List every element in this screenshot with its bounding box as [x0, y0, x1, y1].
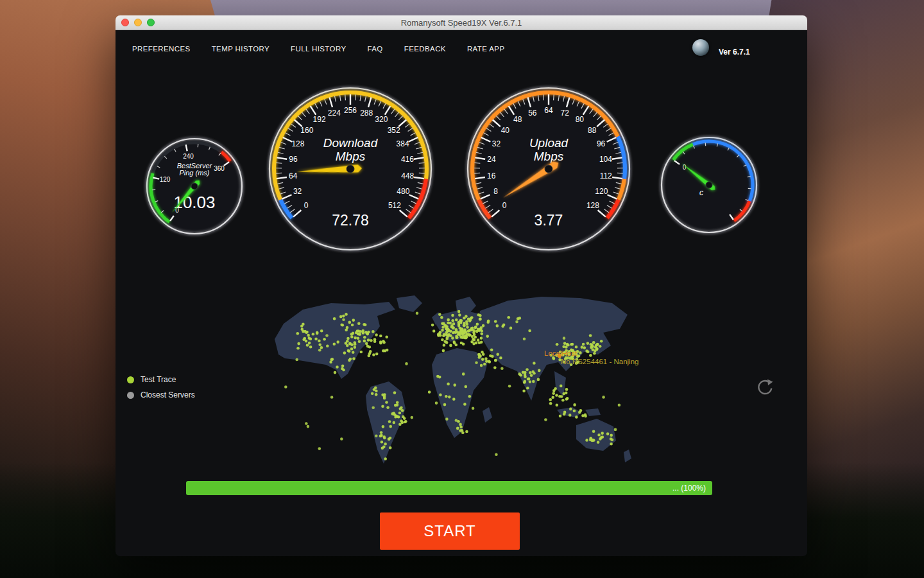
- refresh-icon[interactable]: [755, 377, 775, 398]
- globe-icon[interactable]: [692, 39, 709, 56]
- svg-text:c: c: [699, 188, 703, 197]
- svg-text:Ping (ms): Ping (ms): [179, 169, 209, 177]
- secondary-gauge: 0c: [645, 121, 773, 252]
- close-button[interactable]: [121, 19, 129, 26]
- start-button[interactable]: START: [380, 512, 520, 550]
- svg-text:72.78: 72.78: [332, 212, 369, 229]
- svg-text:Download: Download: [323, 136, 379, 150]
- svg-text:512: 512: [388, 201, 401, 210]
- main-menu: PREFERENCES TEMP HISTORY FULL HISTORY FA…: [132, 45, 505, 53]
- svg-text:72: 72: [561, 109, 570, 118]
- svg-text:160: 160: [300, 126, 313, 135]
- test-trace-dot-icon: [127, 376, 134, 383]
- window-controls: [121, 19, 155, 26]
- server-label: No.RS254461 - Nanjing: [561, 358, 638, 365]
- svg-text:192: 192: [313, 115, 326, 124]
- svg-text:240: 240: [183, 153, 194, 160]
- svg-text:3.77: 3.77: [535, 212, 563, 229]
- svg-text:96: 96: [289, 155, 298, 164]
- window-titlebar[interactable]: Romanysoft Speed19X Ver.6.7.1: [116, 15, 807, 30]
- svg-text:Upload: Upload: [529, 136, 569, 150]
- svg-text:224: 224: [328, 109, 341, 118]
- svg-text:480: 480: [397, 187, 409, 196]
- svg-text:360: 360: [214, 165, 225, 172]
- localhost-label: LocalHost: [544, 349, 577, 357]
- svg-text:80: 80: [576, 115, 585, 124]
- zoom-button[interactable]: [147, 19, 155, 26]
- svg-text:256: 256: [344, 106, 357, 115]
- svg-text:0: 0: [683, 164, 687, 171]
- download-gauge: 0326496128160192224256288320352384416448…: [254, 73, 447, 268]
- svg-text:64: 64: [544, 106, 553, 115]
- svg-text:384: 384: [397, 139, 409, 148]
- svg-text:120: 120: [595, 187, 608, 196]
- svg-text:Mbps: Mbps: [534, 150, 564, 163]
- svg-text:96: 96: [597, 139, 606, 148]
- svg-text:104: 104: [599, 155, 612, 164]
- svg-text:128: 128: [291, 139, 304, 148]
- svg-text:Mbps: Mbps: [336, 150, 366, 163]
- app-content: PREFERENCES TEMP HISTORY FULL HISTORY FA…: [116, 30, 807, 556]
- menu-item-rate-app[interactable]: RATE APP: [467, 45, 505, 53]
- window-title: Romanysoft Speed19X Ver.6.7.1: [116, 18, 807, 28]
- legend-closest-servers-label: Closest Servers: [141, 390, 195, 399]
- version-area: Ver 6.7.1: [692, 39, 750, 57]
- svg-text:112: 112: [600, 171, 612, 180]
- svg-text:48: 48: [513, 115, 522, 124]
- svg-text:120: 120: [160, 176, 171, 183]
- legend-test-trace[interactable]: Test Trace: [127, 372, 195, 387]
- svg-text:32: 32: [293, 187, 302, 196]
- closest-servers-dot-icon: [127, 392, 134, 399]
- svg-text:128: 128: [586, 201, 599, 210]
- svg-text:64: 64: [289, 171, 298, 180]
- svg-text:40: 40: [501, 126, 510, 135]
- progress-bar: ... (100%): [186, 481, 712, 495]
- app-window: Romanysoft Speed19X Ver.6.7.1 PREFERENCE…: [116, 15, 807, 556]
- legend-test-trace-label: Test Trace: [141, 375, 176, 384]
- menu-item-faq[interactable]: FAQ: [368, 45, 383, 53]
- svg-text:320: 320: [375, 115, 388, 124]
- menu-item-temp-history[interactable]: TEMP HISTORY: [212, 45, 270, 53]
- menu-item-feedback[interactable]: FEEDBACK: [404, 45, 446, 53]
- version-label: Ver 6.7.1: [719, 48, 750, 57]
- svg-text:416: 416: [401, 155, 414, 164]
- svg-text:0: 0: [304, 201, 309, 210]
- svg-text:16: 16: [487, 171, 496, 180]
- svg-text:0: 0: [502, 201, 507, 210]
- legend-closest-servers[interactable]: Closest Servers: [127, 387, 195, 403]
- ping-gauge: 0120240360BestServerPing (ms)10.03: [130, 122, 259, 253]
- svg-text:352: 352: [388, 126, 400, 135]
- svg-text:288: 288: [360, 109, 373, 118]
- svg-text:8: 8: [493, 187, 498, 196]
- world-map: LocalHost No.RS254461 - Nanjing: [270, 293, 642, 480]
- menu-item-preferences[interactable]: PREFERENCES: [132, 45, 191, 53]
- svg-text:448: 448: [401, 171, 414, 180]
- svg-text:56: 56: [528, 109, 537, 118]
- map-legend: Test Trace Closest Servers: [127, 372, 195, 403]
- world-map-svg: [270, 293, 642, 480]
- menu-item-full-history[interactable]: FULL HISTORY: [291, 45, 346, 53]
- upload-gauge: 081624324048566472808896104112120128Uplo…: [452, 73, 645, 268]
- svg-text:32: 32: [492, 139, 501, 148]
- svg-text:24: 24: [487, 155, 496, 164]
- minimize-button[interactable]: [134, 19, 142, 26]
- progress-fill: ... (100%): [186, 481, 712, 495]
- progress-text: ... (100%): [672, 484, 706, 493]
- svg-text:88: 88: [588, 126, 597, 135]
